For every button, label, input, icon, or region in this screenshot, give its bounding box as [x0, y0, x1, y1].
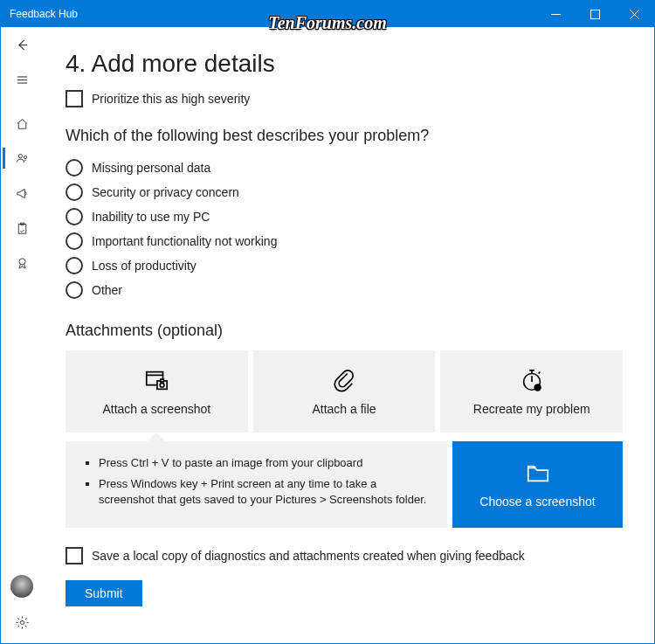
- attach-screenshot-label: Attach a screenshot: [102, 402, 210, 416]
- attachments-heading: Attachments (optional): [66, 322, 623, 340]
- severity-label: Prioritize this as high severity: [92, 92, 250, 106]
- folder-icon: [525, 460, 551, 486]
- radio-icon: [66, 208, 83, 225]
- window-title: Feedback Hub: [10, 8, 78, 20]
- svg-rect-16: [161, 379, 164, 382]
- checkbox-icon: [66, 547, 83, 564]
- radio-icon: [66, 159, 83, 177]
- radio-option[interactable]: Security or privacy concern: [66, 180, 623, 204]
- attach-screenshot-card[interactable]: Attach a screenshot: [66, 350, 248, 433]
- choose-screenshot-button[interactable]: Choose a screenshot: [452, 441, 623, 528]
- radio-label: Other: [92, 283, 122, 297]
- tip-item: Press Windows key + Print screen at any …: [99, 476, 431, 508]
- nav-home-icon[interactable]: [1, 106, 43, 141]
- main-content: 4. Add more details Prioritize this as h…: [43, 27, 654, 643]
- maximize-button[interactable]: [576, 1, 615, 27]
- radio-label: Missing personal data: [92, 161, 210, 175]
- back-button[interactable]: [1, 27, 43, 62]
- radio-icon: [66, 281, 83, 299]
- save-local-label: Save a local copy of diagnostics and att…: [92, 549, 525, 563]
- title-bar: Feedback Hub: [1, 1, 654, 27]
- radio-option[interactable]: Important functionality not working: [66, 229, 623, 253]
- severity-checkbox[interactable]: Prioritize this as high severity: [66, 90, 623, 107]
- svg-point-23: [534, 384, 541, 391]
- paperclip-icon: [331, 367, 357, 393]
- radio-icon: [66, 257, 83, 274]
- svg-point-11: [18, 258, 24, 264]
- radio-icon: [66, 184, 83, 201]
- nav-quests-icon[interactable]: [1, 211, 43, 246]
- svg-point-9: [24, 156, 26, 158]
- section-heading: 4. Add more details: [66, 50, 623, 78]
- radio-label: Inability to use my PC: [92, 210, 210, 224]
- problem-radio-group: Missing personal data Security or privac…: [66, 156, 623, 302]
- close-button[interactable]: [615, 1, 654, 27]
- radio-option[interactable]: Missing personal data: [66, 156, 623, 180]
- radio-option[interactable]: Other: [66, 278, 623, 302]
- nav-feedback-icon[interactable]: [1, 141, 43, 176]
- attach-file-card[interactable]: Attach a file: [253, 350, 436, 433]
- problem-question: Which of the following best describes yo…: [66, 127, 623, 145]
- checkbox-icon: [66, 90, 83, 107]
- user-avatar[interactable]: [10, 575, 33, 598]
- nav-achievements-icon[interactable]: [1, 246, 43, 280]
- choose-screenshot-label: Choose a screenshot: [479, 495, 595, 509]
- radio-label: Security or privacy concern: [92, 185, 239, 199]
- tip-item: Press Ctrl + V to paste an image from yo…: [99, 455, 431, 471]
- radio-option[interactable]: Loss of productivity: [66, 253, 623, 278]
- submit-button[interactable]: Submit: [66, 580, 142, 606]
- screenshot-tips: Press Ctrl + V to paste an image from yo…: [66, 441, 447, 528]
- minimize-button[interactable]: [536, 1, 576, 27]
- svg-line-22: [538, 372, 540, 374]
- nav-settings-icon[interactable]: [1, 605, 43, 640]
- radio-label: Loss of productivity: [92, 259, 196, 273]
- radio-label: Important functionality not working: [92, 234, 277, 248]
- radio-icon: [66, 232, 83, 250]
- sidebar: [1, 27, 43, 643]
- stopwatch-icon: [519, 367, 545, 393]
- save-local-checkbox[interactable]: Save a local copy of diagnostics and att…: [66, 547, 623, 564]
- svg-point-12: [20, 620, 24, 624]
- recreate-problem-label: Recreate my problem: [473, 402, 590, 416]
- attach-file-label: Attach a file: [312, 402, 376, 416]
- svg-rect-1: [591, 10, 600, 18]
- screenshot-icon: [143, 367, 169, 393]
- radio-option[interactable]: Inability to use my PC: [66, 204, 623, 229]
- hamburger-menu-icon[interactable]: [1, 62, 43, 97]
- recreate-problem-card[interactable]: Recreate my problem: [440, 350, 623, 433]
- nav-announcements-icon[interactable]: [1, 176, 43, 211]
- svg-point-8: [18, 154, 22, 157]
